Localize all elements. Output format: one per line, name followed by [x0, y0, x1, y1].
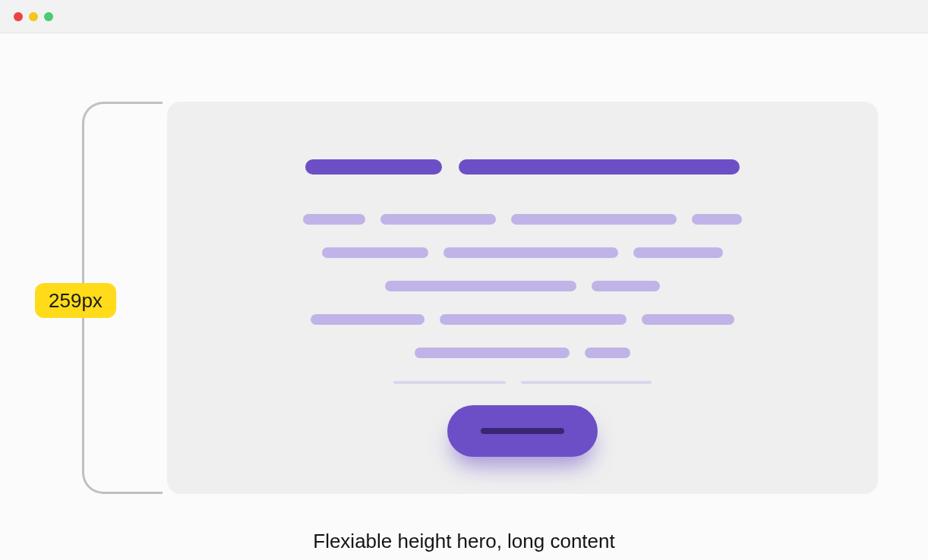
cta-label-placeholder	[481, 428, 564, 434]
figure-caption: Flexiable height hero, long content	[0, 530, 928, 553]
maximize-icon[interactable]	[44, 12, 53, 21]
window-titlebar	[0, 0, 928, 33]
text-bar	[303, 214, 365, 225]
heading-bar	[459, 159, 740, 175]
text-bar	[322, 247, 428, 258]
text-line-faded	[393, 381, 652, 384]
hero-body-placeholder	[303, 214, 742, 384]
text-bar	[592, 281, 660, 291]
height-measurement-badge: 259px	[35, 283, 116, 318]
diagram-stage: 259px Flexiable height hero, long conten…	[0, 33, 928, 560]
text-bar	[642, 314, 734, 325]
text-bar	[385, 281, 576, 291]
minimize-icon[interactable]	[29, 12, 38, 21]
text-bar	[443, 247, 618, 258]
text-bar	[633, 247, 723, 258]
text-line	[303, 214, 742, 225]
text-bar	[585, 348, 630, 358]
text-bar	[521, 381, 652, 384]
cta-button[interactable]	[447, 405, 598, 457]
text-bar	[440, 314, 627, 325]
text-line	[385, 281, 660, 291]
text-bar	[311, 314, 425, 325]
close-icon[interactable]	[14, 12, 23, 21]
hero-card	[167, 102, 878, 494]
text-line	[311, 314, 734, 325]
text-bar	[511, 214, 677, 225]
text-bar	[692, 214, 742, 225]
text-bar	[415, 348, 570, 358]
text-line	[415, 348, 630, 358]
heading-bar	[305, 159, 442, 175]
text-bar	[380, 214, 496, 225]
hero-heading-placeholder	[305, 159, 740, 175]
text-line	[322, 247, 723, 258]
text-bar	[393, 381, 506, 384]
